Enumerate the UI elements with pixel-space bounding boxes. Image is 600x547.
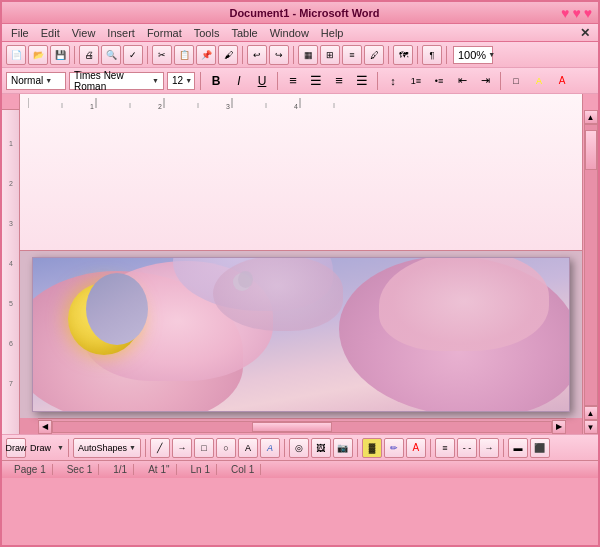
copy-button[interactable]: 📋	[174, 45, 194, 65]
vscroll-up[interactable]: ▲	[584, 110, 598, 124]
insert-table[interactable]: ▦	[298, 45, 318, 65]
draw-sep5	[430, 439, 431, 457]
bold-button[interactable]: B	[206, 71, 226, 91]
draw-sep3	[284, 439, 285, 457]
hscroll-thumb[interactable]	[252, 422, 332, 432]
columns-button[interactable]: ≡	[342, 45, 362, 65]
autoshapes-label: AutoShapes	[78, 443, 127, 453]
menu-table[interactable]: Table	[226, 26, 262, 40]
menu-window[interactable]: Window	[265, 26, 314, 40]
drawing-button[interactable]: 🖊	[364, 45, 384, 65]
draw-menu[interactable]: Draw	[6, 438, 26, 458]
style-dropdown[interactable]: Normal ▼	[6, 72, 66, 90]
rect-tool[interactable]: □	[194, 438, 214, 458]
menu-view[interactable]: View	[67, 26, 101, 40]
wordart-tool[interactable]: A	[260, 438, 280, 458]
sep11	[500, 72, 501, 90]
underline-button[interactable]: U	[252, 71, 272, 91]
distant-moon	[233, 273, 251, 291]
font-color-btn[interactable]: A	[406, 438, 426, 458]
menu-insert[interactable]: Insert	[102, 26, 140, 40]
oval-tool[interactable]: ○	[216, 438, 236, 458]
show-hide[interactable]: ¶	[422, 45, 442, 65]
dash-style-btn[interactable]: - -	[457, 438, 477, 458]
font-dropdown[interactable]: Times New Roman ▼	[69, 72, 164, 90]
line-color-btn[interactable]: ✏	[384, 438, 404, 458]
sep4	[293, 46, 294, 64]
menu-edit[interactable]: Edit	[36, 26, 65, 40]
align-right[interactable]: ≡	[329, 71, 349, 91]
vscroll-down1[interactable]: ▲	[584, 406, 598, 420]
map-button[interactable]: 🗺	[393, 45, 413, 65]
style-value: Normal	[11, 75, 43, 86]
menu-file[interactable]: File	[6, 26, 34, 40]
horizontal-scrollbar: ◀ ▶	[38, 418, 566, 434]
size-arrow: ▼	[185, 77, 192, 84]
italic-button[interactable]: I	[229, 71, 249, 91]
clipart-tool[interactable]: 🖼	[311, 438, 331, 458]
indent-increase[interactable]: ⇥	[475, 71, 495, 91]
close-button[interactable]: ✕	[576, 26, 594, 40]
diagram-tool[interactable]: ◎	[289, 438, 309, 458]
outside-border[interactable]: □	[506, 71, 526, 91]
svg-text:4: 4	[294, 103, 298, 110]
size-value: 12	[172, 75, 183, 86]
preview-button[interactable]: 🔍	[101, 45, 121, 65]
format-painter[interactable]: 🖌	[218, 45, 238, 65]
vscroll-thumb[interactable]	[585, 130, 597, 170]
hscroll-left[interactable]: ◀	[38, 420, 52, 434]
arrow-style-btn[interactable]: →	[479, 438, 499, 458]
zoom-box[interactable]: 100% ▼	[453, 46, 493, 64]
open-button[interactable]: 📂	[28, 45, 48, 65]
bullets-button[interactable]: •≡	[429, 71, 449, 91]
menu-tools[interactable]: Tools	[189, 26, 225, 40]
vruler-1: 1	[4, 140, 18, 147]
line-style-btn[interactable]: ≡	[435, 438, 455, 458]
autoshapes-arrow: ▼	[129, 444, 136, 451]
align-center[interactable]: ☰	[306, 71, 326, 91]
menu-format[interactable]: Format	[142, 26, 187, 40]
indent-decrease[interactable]: ⇤	[452, 71, 472, 91]
paste-button[interactable]: 📌	[196, 45, 216, 65]
insert-excel[interactable]: ⊞	[320, 45, 340, 65]
vruler-3: 3	[4, 220, 18, 227]
draw-label: Draw	[6, 443, 27, 453]
arrow-tool[interactable]: →	[172, 438, 192, 458]
hscroll-track[interactable]	[52, 421, 552, 433]
fill-color-btn[interactable]: ▓	[362, 438, 382, 458]
new-button[interactable]: 📄	[6, 45, 26, 65]
align-justify[interactable]: ☰	[352, 71, 372, 91]
line-tool[interactable]: ╱	[150, 438, 170, 458]
font-color[interactable]: A	[552, 71, 572, 91]
zoom-value: 100%	[458, 49, 486, 61]
save-button[interactable]: 💾	[50, 45, 70, 65]
status-pages: 1/1	[107, 464, 134, 475]
numbering-button[interactable]: 1≡	[406, 71, 426, 91]
image-tool[interactable]: 📷	[333, 438, 353, 458]
autoshapes-button[interactable]: AutoShapes ▼	[73, 438, 141, 458]
menu-help[interactable]: Help	[316, 26, 349, 40]
title-icons: ♥ ♥ ♥	[561, 5, 592, 21]
vscroll-down2[interactable]: ▼	[584, 420, 598, 434]
textbox-tool[interactable]: A	[238, 438, 258, 458]
line-spacing[interactable]: ↕	[383, 71, 403, 91]
3d-btn[interactable]: ⬛	[530, 438, 550, 458]
cut-button[interactable]: ✂	[152, 45, 172, 65]
sep1	[74, 46, 75, 64]
size-dropdown[interactable]: 12 ▼	[167, 72, 195, 90]
undo-button[interactable]: ↩	[247, 45, 267, 65]
spell-button[interactable]: ✓	[123, 45, 143, 65]
hscroll-right[interactable]: ▶	[552, 420, 566, 434]
svg-text:3: 3	[226, 103, 230, 110]
title-bar: Document1 - Microsoft Word ♥ ♥ ♥	[2, 2, 598, 24]
status-at: At 1"	[142, 464, 176, 475]
redo-button[interactable]: ↪	[269, 45, 289, 65]
highlight-button[interactable]: A	[529, 71, 549, 91]
draw-label-text: Draw	[28, 443, 53, 453]
vscroll-track[interactable]	[584, 124, 598, 406]
align-left[interactable]: ≡	[283, 71, 303, 91]
print-button[interactable]: 🖨	[79, 45, 99, 65]
heart-icon-2: ♥	[572, 5, 580, 21]
document-page	[32, 257, 570, 413]
shadow-btn[interactable]: ▬	[508, 438, 528, 458]
